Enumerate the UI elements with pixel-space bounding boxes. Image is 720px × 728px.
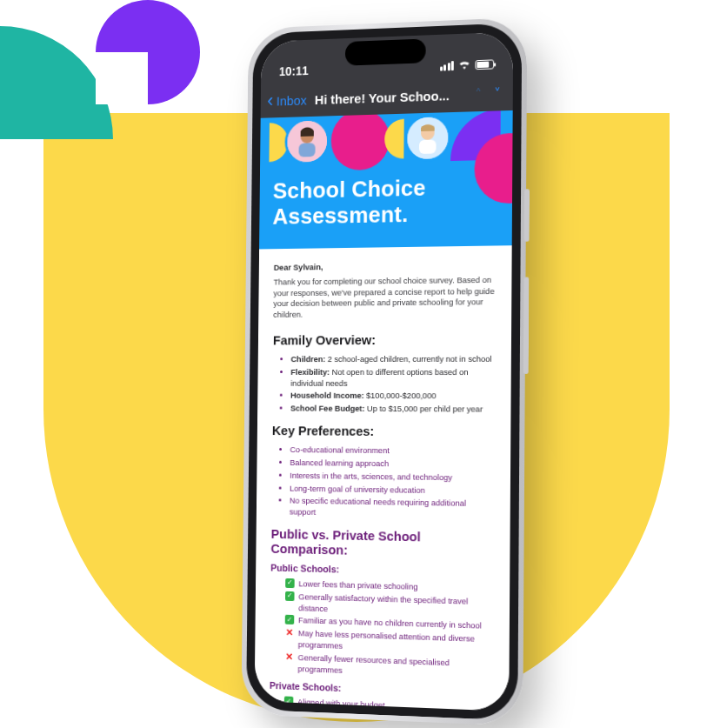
check-icon: ✓ xyxy=(285,615,295,624)
hero-shape-circle xyxy=(474,132,512,204)
phone-frame: 10:11 ‹ Inbox Hi there! Your Schoo... ˄ … xyxy=(246,23,522,720)
email-hero: School Choice Assessment. xyxy=(259,110,513,249)
phone-side-button xyxy=(524,189,530,242)
item-label: Household Income: xyxy=(290,391,364,400)
cellular-icon xyxy=(440,61,454,71)
svg-point-4 xyxy=(421,126,435,140)
item-value: $100,000-$200,000 xyxy=(364,391,437,400)
item-text: Generally satisfactory within the specif… xyxy=(298,591,494,619)
family-overview-heading: Family Overview: xyxy=(273,332,496,348)
hero-title-line: Assessment. xyxy=(272,200,498,230)
item-label: School Fee Budget: xyxy=(290,404,365,413)
hero-shape-quarter xyxy=(450,110,501,161)
back-chevron-icon[interactable]: ‹ xyxy=(267,91,273,110)
phone-screen: 10:11 ‹ Inbox Hi there! Your Schoo... ˄ … xyxy=(255,31,514,711)
check-icon: ✓ xyxy=(285,591,295,601)
svg-rect-5 xyxy=(419,140,437,154)
list-item: School Fee Budget: Up to $15,000 per chi… xyxy=(290,404,496,416)
email-subject: Hi there! Your Schoo... xyxy=(293,87,471,107)
cross-icon: ✕ xyxy=(284,651,294,661)
battery-icon xyxy=(475,59,494,70)
item-text: Lower fees than private schooling xyxy=(298,578,417,592)
svg-point-3 xyxy=(407,117,448,159)
hero-child-avatar xyxy=(404,114,450,162)
dynamic-island xyxy=(345,38,426,65)
wifi-icon xyxy=(458,58,471,72)
hero-child-avatar xyxy=(284,117,330,164)
svg-rect-2 xyxy=(298,143,315,157)
item-text: More likely to offer personalised attent… xyxy=(297,710,493,711)
public-schools-list: ✓Lower fees than private schooling✓Gener… xyxy=(270,578,494,681)
item-label: Children: xyxy=(291,354,326,364)
list-item: Household Income: $100,000-$200,000 xyxy=(290,391,496,403)
status-icons xyxy=(440,57,495,72)
cross-icon: ✕ xyxy=(285,628,295,638)
check-icon: ✓ xyxy=(285,578,295,588)
check-icon: ✓ xyxy=(284,697,294,706)
hero-shape-circle xyxy=(330,110,390,170)
greeting: Dear Sylvain, xyxy=(274,259,497,271)
phone-mockup: 10:11 ‹ Inbox Hi there! Your Schoo... ˄ … xyxy=(246,23,522,720)
item-value: 2 school-aged children, currently not in… xyxy=(325,354,491,364)
hero-shape-half-circle xyxy=(259,123,289,163)
list-item: Flexibility: Not open to different optio… xyxy=(290,367,496,390)
next-message-chevron-icon[interactable]: ˅ xyxy=(494,85,501,102)
list-item: Long-term goal of university education xyxy=(290,483,495,497)
hero-title: School Choice Assessment. xyxy=(272,174,498,230)
list-item: Interests in the arts, sciences, and tec… xyxy=(290,471,495,484)
email-content: Dear Sylvain, Thank you for completing o… xyxy=(255,245,512,711)
list-item: Children: 2 school-aged children, curren… xyxy=(290,354,495,365)
item-value: Up to $15,000 per child per year xyxy=(364,404,483,414)
hero-graphic xyxy=(260,110,513,170)
list-item: Co-educational environment xyxy=(290,444,495,458)
intro-paragraph: Thank you for completing our school choi… xyxy=(273,275,496,321)
prev-message-chevron-icon[interactable]: ˄ xyxy=(475,85,482,102)
message-nav-arrows: ˄ ˅ xyxy=(475,85,501,103)
email-body[interactable]: School Choice Assessment. Dear Sylvain, … xyxy=(255,110,513,711)
item-text: Aligned with your budget xyxy=(297,698,385,711)
list-item: No specific educational needs requiring … xyxy=(290,496,495,522)
decoration-purple-notch xyxy=(96,52,148,104)
item-text: Generally fewer resources and specialise… xyxy=(297,652,493,682)
status-time: 10:11 xyxy=(279,63,309,78)
item-label: Flexibility: xyxy=(290,367,330,377)
list-item: ✓More likely to offer personalised atten… xyxy=(283,710,493,711)
